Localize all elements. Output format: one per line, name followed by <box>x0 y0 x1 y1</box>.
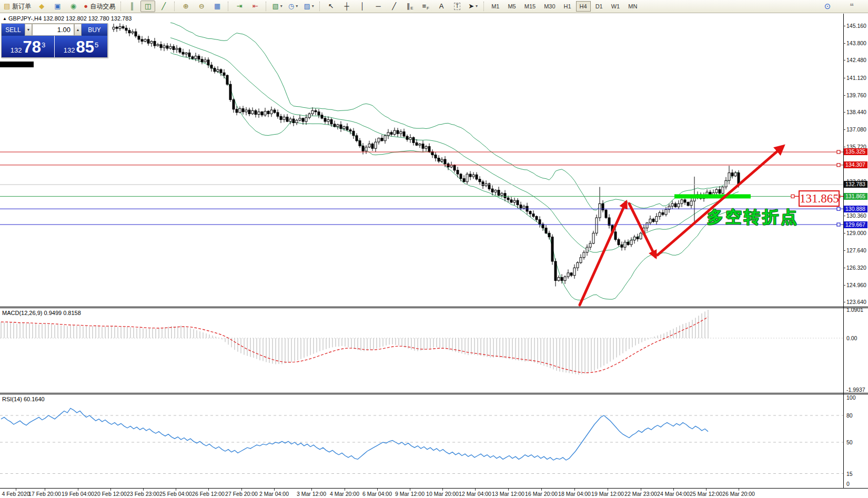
dropdown-caret-icon: ▾ <box>312 2 314 11</box>
text-tool[interactable]: A <box>434 1 449 12</box>
timeframe-w1[interactable]: W1 <box>608 1 624 12</box>
black-line-object <box>0 62 34 67</box>
toolbar-separator <box>483 2 485 11</box>
market-watch-icon[interactable]: ▣ <box>50 1 65 12</box>
auto-trading-button[interactable]: ●自动交易 <box>82 1 117 12</box>
search-icon[interactable]: ⊙ <box>820 1 835 12</box>
market-watch-icon-glyph: ▣ <box>54 2 60 11</box>
time-axis-tick <box>673 489 674 491</box>
text-label-glyph: T <box>454 3 460 10</box>
timeframe-h4[interactable]: H4 <box>576 1 591 12</box>
time-axis-label: 6 Mar 04:00 <box>362 491 392 497</box>
chart-canvas[interactable] <box>0 0 868 498</box>
templates-button[interactable]: ▨▾ <box>301 1 316 12</box>
timeframes-menu-glyph: ◷ <box>288 2 294 11</box>
auto-scroll-icon[interactable]: ⇥ <box>232 1 247 12</box>
timeframes-menu-button[interactable]: ◷▾ <box>286 1 300 12</box>
time-axis-label: 18 Mar 04:00 <box>558 491 591 497</box>
cursor-tool[interactable]: ↖ <box>324 1 338 12</box>
price-axis-label: 135.720 <box>846 144 866 150</box>
toolbar-separator <box>228 2 229 11</box>
trendline-glyph: ╱ <box>392 2 396 11</box>
sell-button[interactable]: SELL <box>2 24 25 36</box>
price-axis-tick <box>843 147 845 147</box>
time-axis-tick <box>345 489 345 491</box>
chart-layers: ▲ GBPJPY-,H4 132.802 132.802 132.780 132… <box>0 0 868 498</box>
sell-price-main: 78 <box>23 39 41 55</box>
rsi-label: RSI(14) 60.1640 <box>2 396 45 402</box>
time-axis-tick <box>475 489 476 491</box>
time-axis-tick <box>442 489 443 491</box>
time-axis-label: 9 Mar 12:00 <box>395 491 425 497</box>
buy-price-display[interactable]: 132 85 5 <box>55 36 107 57</box>
chat-icon[interactable]: ❝ <box>844 1 859 12</box>
vertical-line-tool[interactable]: │ <box>355 1 370 12</box>
timeframe-m15[interactable]: M15 <box>521 1 539 12</box>
auto-scroll-icon-glyph: ⇥ <box>237 2 243 11</box>
bar-chart-icon[interactable]: ║ <box>125 1 139 12</box>
crosshair-tool[interactable]: ┼ <box>339 1 354 12</box>
text-label-tool[interactable]: T <box>450 1 465 12</box>
price-level-chip: 134.307 <box>844 161 867 168</box>
trendline-tool[interactable]: ╱ <box>387 1 401 12</box>
macd-scale-label: 0.00 <box>846 335 857 341</box>
price-axis-tick <box>843 285 845 286</box>
symbol-marker-icon: ▲ <box>3 16 7 21</box>
time-axis-tick <box>739 489 739 491</box>
channel-glyph: ∥ <box>407 2 410 11</box>
new-chart-glyph: ▧ <box>272 2 279 11</box>
pane-separator[interactable] <box>0 393 868 394</box>
tile-windows-icon[interactable]: ▦ <box>210 1 225 12</box>
zoom-in-icon[interactable]: ⊕ <box>178 1 193 12</box>
new-chart-button[interactable]: ▧▾ <box>270 1 285 12</box>
candlestick-chart-icon[interactable]: ◫ <box>140 1 155 12</box>
volume-decrease-button[interactable]: ▼ <box>25 24 32 36</box>
signals-icon[interactable]: ◉ <box>66 1 80 12</box>
volume-increase-button[interactable]: ▲ <box>74 24 82 36</box>
new-order-button[interactable]: ▤新订单 <box>2 1 33 12</box>
fibonacci-tool[interactable]: ≡F <box>418 1 433 12</box>
channel-tool[interactable]: ∥E <box>402 1 417 12</box>
arrows-tool[interactable]: ➤▾ <box>466 1 480 12</box>
line-chart-icon[interactable]: ╱ <box>156 1 171 12</box>
pane-separator[interactable] <box>0 307 868 308</box>
tool-sub-letter: F <box>427 4 429 13</box>
price-axis-label: 145.160 <box>846 23 866 29</box>
price-axis-label: 142.480 <box>846 57 866 63</box>
rsi-scale-label: 0 <box>846 481 850 487</box>
fibonacci-glyph: ≡ <box>422 2 426 11</box>
sell-price-display[interactable]: 132 78 3 <box>2 36 54 57</box>
templates-glyph: ▨ <box>304 2 310 11</box>
buy-button[interactable]: BUY <box>82 24 107 36</box>
time-axis-label: 26 Mar 20:00 <box>722 491 755 497</box>
price-axis-tick <box>843 302 845 302</box>
price-axis-label: 123.640 <box>846 299 866 305</box>
buy-price-pip: 5 <box>95 41 98 49</box>
timeframe-m5[interactable]: M5 <box>504 1 519 12</box>
symbol-name: GBPJPY-,H4 <box>8 15 42 22</box>
price-axis-tick <box>843 268 845 268</box>
horizontal-line-tool[interactable]: ─ <box>371 1 386 12</box>
toolbar-separator <box>120 2 122 11</box>
chart-shift-icon[interactable]: ⇤ <box>248 1 263 12</box>
sell-price-pip: 3 <box>42 41 45 49</box>
volume-input[interactable]: 1.00 <box>32 24 74 36</box>
timeframe-mn[interactable]: MN <box>624 1 641 12</box>
time-axis-tick <box>574 489 575 491</box>
time-axis-tick <box>78 489 78 491</box>
time-axis-tick <box>208 489 209 491</box>
timeframe-m30[interactable]: M30 <box>540 1 559 12</box>
timeframe-h1[interactable]: H1 <box>560 1 575 12</box>
chart-window-icon[interactable]: ◆ <box>34 1 49 12</box>
time-axis-tick <box>410 489 410 491</box>
price-axis-tick <box>843 181 845 182</box>
dropdown-caret-icon: ▾ <box>476 2 478 11</box>
price-axis-label: 126.320 <box>846 265 866 271</box>
time-axis-tick <box>508 489 509 491</box>
time-axis-label: 25 Feb 04:00 <box>159 491 192 497</box>
timeframe-d1[interactable]: D1 <box>592 1 607 12</box>
price-axis-tick <box>843 26 845 26</box>
time-axis-label: 2 Mar 04:00 <box>259 491 289 497</box>
zoom-out-icon[interactable]: ⊖ <box>194 1 209 12</box>
timeframe-m1[interactable]: M1 <box>488 1 503 12</box>
